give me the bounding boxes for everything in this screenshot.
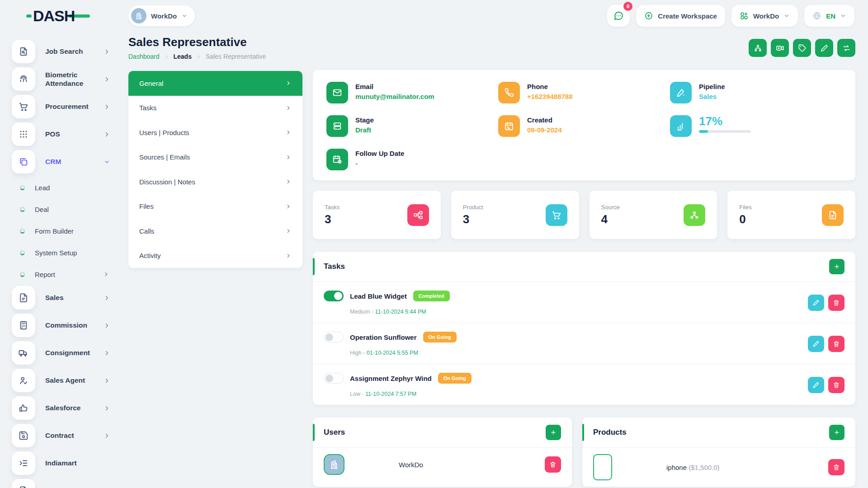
stat-files: Files 0 [727, 191, 855, 239]
tab-general[interactable]: General [128, 71, 302, 96]
tab-files[interactable]: Files [128, 194, 302, 219]
field-phone: Phone +16239488788 [498, 82, 670, 103]
chevron-right-icon [196, 54, 201, 59]
chevron-right-icon [104, 350, 110, 357]
sidebar-item-contract[interactable]: Contract [0, 424, 122, 447]
sidebar-item-sales-agent[interactable]: Sales Agent [0, 369, 122, 392]
sidebar-subitem-report[interactable]: Report [0, 264, 122, 284]
sidebar-item-salesforce[interactable]: Salesforce [0, 396, 122, 420]
phone-value: +16239488788 [527, 93, 573, 100]
sidebar-subitem-form-builder[interactable]: Form Builder [0, 221, 122, 241]
meeting-button[interactable] [771, 39, 789, 57]
delete-task-button[interactable] [828, 295, 844, 311]
sidebar-item-label: Sales [45, 293, 64, 302]
field-email: Email munuty@mailinator.com [326, 82, 498, 103]
convert-icon [842, 44, 851, 52]
task-priority: Medium [350, 309, 370, 315]
create-workspace-button[interactable]: Create Workspace [636, 5, 725, 27]
pencil-icon [820, 44, 829, 52]
stat-label: Files [739, 204, 751, 211]
task-toggle[interactable] [324, 332, 344, 343]
chevron-right-icon [104, 377, 110, 384]
menu-item-label: Sources | Emails [139, 153, 190, 161]
delete-task-button[interactable] [828, 336, 844, 352]
task-name: Operation Sunflower [350, 333, 417, 341]
tab-discussion-notes[interactable]: Discussion | Notes [128, 169, 302, 194]
sidebar-subitem-deal[interactable]: Deal [0, 199, 122, 219]
sidebar-item-consignment[interactable]: Consignment [0, 341, 122, 365]
app-logo: DASH [26, 7, 128, 25]
workspace-menu-button[interactable]: WorkDo [731, 5, 798, 27]
task-datetime: 11-10-2024 7:57 PM [365, 391, 416, 397]
sidebar-item-biometric-attendance[interactable]: Biometric Attendance [0, 67, 122, 91]
tab-tasks[interactable]: Tasks [128, 96, 302, 121]
sidebar-item-inventory[interactable]: Inventory [0, 479, 122, 488]
delete-task-button[interactable] [828, 377, 844, 393]
users-title: Users [324, 428, 345, 437]
edit-task-button[interactable] [808, 336, 824, 352]
chevron-right-icon [104, 432, 110, 439]
workspace-avatar [131, 8, 146, 23]
add-product-button[interactable] [829, 425, 844, 440]
document-icon [12, 479, 35, 488]
edit-task-button[interactable] [808, 295, 824, 311]
breadcrumb-leads-link[interactable]: Leads [174, 53, 192, 60]
edit-task-button[interactable] [808, 377, 824, 393]
tab-users-products[interactable]: Users | Products [128, 120, 302, 145]
calendar-clock-icon [326, 149, 348, 170]
tab-activity[interactable]: Activity [128, 244, 302, 268]
tag-button[interactable] [793, 39, 811, 57]
stage-value: Draft [355, 126, 374, 134]
top-header: DASH WorkDo 0 Create Workspace WorkDo EN [0, 0, 868, 32]
stat-value: 3 [325, 212, 340, 226]
sidebar-item-crm[interactable]: CRM [0, 150, 122, 174]
followup-value: - [355, 160, 404, 167]
delete-user-button[interactable] [545, 456, 561, 473]
task-status-badge: On Going [438, 373, 472, 384]
messages-button[interactable]: 0 [607, 5, 630, 27]
task-toggle[interactable] [324, 291, 344, 301]
plus-icon [833, 429, 840, 436]
add-user-button[interactable] [546, 425, 561, 440]
convert-button[interactable] [837, 39, 855, 57]
field-label: Stage [355, 116, 374, 124]
tab-calls[interactable]: Calls [128, 219, 302, 244]
sidebar-subitem-lead[interactable]: Lead [0, 178, 122, 197]
sidebar-subitem-system-setup[interactable]: System Setup [0, 243, 122, 263]
chevron-right-icon [104, 131, 110, 138]
sidebar-item-sales[interactable]: Sales [0, 286, 122, 310]
breadcrumb-dashboard-link[interactable]: Dashboard [128, 53, 160, 60]
language-selector[interactable]: EN [804, 5, 854, 27]
stat-value: 3 [463, 212, 483, 226]
sidebar-item-label: Sales Agent [45, 376, 85, 385]
workspace-menu-label: WorkDo [753, 12, 779, 20]
pipeline-value: Sales [699, 93, 725, 100]
sidebar-item-commission[interactable]: Commission [0, 314, 122, 337]
progress-value: 17% [699, 115, 751, 127]
chevron-right-icon [103, 271, 109, 277]
sidebar-item-indiamart[interactable]: Indiamart [0, 451, 122, 475]
edit-lead-button[interactable] [815, 39, 833, 57]
pencil-icon [812, 299, 820, 306]
field-stage: Stage Draft [326, 115, 498, 137]
bullet-icon [20, 229, 25, 234]
stat-label: Tasks [325, 204, 340, 211]
tab-sources-emails[interactable]: Sources | Emails [128, 145, 302, 170]
sidebar-item-pos[interactable]: POS [0, 122, 122, 146]
workspace-selector[interactable]: WorkDo [128, 5, 195, 26]
add-task-button[interactable] [829, 259, 844, 274]
page-actions [749, 39, 855, 57]
field-progress: 17% [670, 115, 842, 137]
create-workspace-label: Create Workspace [658, 12, 717, 20]
product-row: iphone ($1,500.0) [582, 448, 855, 487]
task-toggle[interactable] [324, 373, 344, 384]
sidebar-item-label: Inventory [45, 486, 77, 488]
field-pipeline: Pipeline Sales [670, 82, 842, 103]
sidebar-item-job-search[interactable]: Job Search [0, 40, 122, 63]
labels-button[interactable] [749, 39, 767, 57]
chevron-right-icon [285, 154, 292, 160]
email-value: munuty@mailinator.com [355, 93, 434, 100]
truck-icon [12, 341, 35, 365]
sidebar-item-procurement[interactable]: Procurement [0, 95, 122, 118]
delete-product-button[interactable] [828, 459, 844, 475]
